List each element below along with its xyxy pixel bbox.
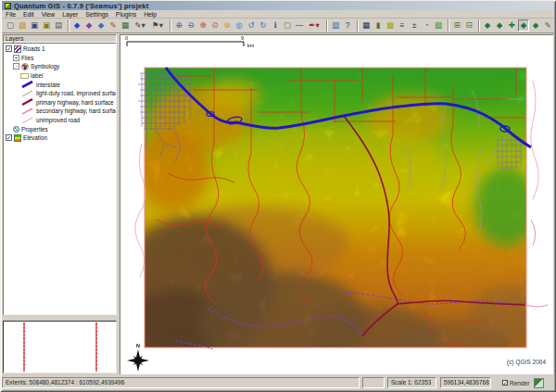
attribute-table-icon[interactable]: ▦ bbox=[360, 19, 372, 32]
save-project-as-icon[interactable]: ▣ bbox=[41, 19, 52, 32]
menu-plugins[interactable]: Plugins bbox=[112, 11, 140, 18]
legend-item-label: secondary highway, hard surface bbox=[36, 107, 116, 114]
zoom-full-extent-icon[interactable]: ⊛ bbox=[197, 19, 208, 32]
menu-settings[interactable]: Settings bbox=[82, 11, 112, 18]
zoom-next-icon[interactable]: ↻ bbox=[258, 19, 269, 32]
legend-item-symbology[interactable]: -Symbology bbox=[4, 62, 116, 71]
tree-toggle-icon[interactable]: + bbox=[13, 55, 19, 61]
legend-item-roads-1[interactable]: ✓Roads 1 bbox=[4, 44, 116, 54]
legend-item-light-duty-road-improved-surface[interactable]: light-duty road, improved surface bbox=[4, 89, 116, 98]
legend-item-interstate[interactable]: interstate bbox=[4, 80, 116, 89]
map-canvas[interactable]: 0 9 km N (c) QGIS 2004 bbox=[120, 34, 553, 374]
legend-item-primary-highway-hard-surface[interactable]: primary highway, hard surface bbox=[4, 98, 116, 107]
svg-text:9: 9 bbox=[241, 35, 244, 41]
roads-icon bbox=[14, 45, 21, 53]
identify-features-icon[interactable]: ℹ bbox=[270, 19, 281, 32]
legend-panel-title: Layers bbox=[3, 34, 117, 43]
symbol-swatch bbox=[20, 98, 34, 106]
menu-layer[interactable]: Layer bbox=[58, 11, 82, 18]
symbol-swatch bbox=[20, 107, 34, 115]
legend-item-label: Elevation bbox=[23, 134, 47, 141]
map-render: 0 9 km N bbox=[120, 34, 553, 374]
scalebar-plugin-icon[interactable]: ◆ bbox=[518, 19, 529, 32]
map-annotation-icon[interactable]: ✒▾ bbox=[306, 19, 322, 32]
toolbar: ▢▨▣▣▤◆◆◆✎▦✎▾⚑▾⊕⊖⊛⊙⊚◎↺↻ℹ▢—✒▾▥?▦▮▩≡±◔▧⊞⊟◆◆… bbox=[2, 19, 554, 33]
new-project-icon[interactable]: ▢ bbox=[5, 19, 16, 32]
zoom-in-icon[interactable]: ⊕ bbox=[173, 19, 184, 32]
legend-item-label[interactable]: label bbox=[4, 71, 116, 81]
layers-legend[interactable]: ✓Roads 1+Files-Symbologylabelinterstatel… bbox=[3, 43, 117, 315]
zoom-raster-out-icon[interactable]: ⊟ bbox=[463, 19, 474, 32]
plugin-manager-icon[interactable]: ▮ bbox=[373, 19, 384, 32]
overview-road bbox=[95, 322, 97, 372]
menu-file[interactable]: File bbox=[2, 11, 19, 18]
copyright-plugin-icon[interactable]: ◆ bbox=[530, 19, 541, 32]
open-project-icon[interactable]: ▨ bbox=[17, 19, 28, 32]
zoom-to-layer-icon[interactable]: ⊚ bbox=[221, 19, 233, 32]
stop-render-icon[interactable] bbox=[534, 378, 544, 388]
layer-visibility-checkbox[interactable]: ✓ bbox=[6, 134, 12, 141]
add-postgis-layer-icon[interactable]: ◆ bbox=[95, 19, 107, 32]
compass-tool-icon[interactable]: ◔ bbox=[421, 19, 432, 32]
tree-toggle-icon[interactable]: - bbox=[13, 63, 19, 70]
legend-item-label: light-duty road, improved surface bbox=[36, 90, 116, 96]
render-checkbox[interactable]: ✓ bbox=[502, 380, 508, 386]
add-vector-layer-icon[interactable]: ◆ bbox=[71, 19, 82, 32]
scalebar: 0 9 km bbox=[125, 35, 255, 48]
zoom-to-selection-icon[interactable]: ⊙ bbox=[209, 19, 221, 32]
legend-item-elevation[interactable]: ✓Elevation bbox=[4, 133, 116, 143]
progress-bar bbox=[362, 377, 385, 388]
export-image-icon[interactable]: ▧ bbox=[433, 19, 444, 32]
zoom-out-icon[interactable]: ⊖ bbox=[185, 19, 196, 32]
render-toggle[interactable]: ✓ Render bbox=[502, 380, 529, 386]
extents-display: Extents: 508480,4812374 : 610592,4939496 bbox=[2, 377, 360, 388]
grass-tools-icon[interactable]: ✎ bbox=[542, 19, 553, 32]
capture-point-icon[interactable]: ✎▾ bbox=[132, 19, 148, 32]
save-project-icon[interactable]: ▣ bbox=[29, 19, 40, 32]
symbol-swatch bbox=[20, 117, 34, 124]
coordinate-capture-icon[interactable]: ± bbox=[409, 19, 420, 32]
zoom-last-icon[interactable]: ↺ bbox=[246, 19, 257, 32]
overview-map[interactable] bbox=[3, 321, 117, 373]
menubar: FileEditViewLayerSettingsPluginsHelp bbox=[2, 10, 554, 19]
menu-view[interactable]: View bbox=[38, 11, 59, 18]
print-icon[interactable]: ▤ bbox=[53, 19, 64, 32]
symbol-swatch bbox=[20, 81, 34, 88]
svg-text:N: N bbox=[136, 343, 140, 348]
wfs-plugin-icon[interactable]: ◆ bbox=[482, 19, 493, 32]
north-arrow-plugin-icon[interactable]: ✚ bbox=[506, 19, 517, 32]
statusbar: Extents: 508480,4812374 : 610592,4939496… bbox=[2, 376, 554, 389]
legend-item-unimproved-road[interactable]: unimproved road bbox=[4, 116, 116, 125]
gps-tools-icon[interactable]: ≡ bbox=[397, 19, 408, 32]
toolbar-separator bbox=[68, 19, 69, 32]
toolbar-separator bbox=[357, 19, 358, 32]
wms-plugin-icon[interactable]: ◆ bbox=[494, 19, 505, 32]
help-contents-icon[interactable]: ? bbox=[342, 19, 353, 32]
georeferencer-icon[interactable]: ▩ bbox=[385, 19, 396, 32]
capture-line-icon[interactable]: ⚑▾ bbox=[149, 19, 166, 32]
add-raster-layer-icon[interactable]: ◆ bbox=[83, 19, 95, 32]
toolbar-separator bbox=[170, 19, 171, 32]
legend-item-secondary-highway-hard-surface[interactable]: secondary highway, hard surface bbox=[4, 107, 116, 116]
layer-visibility-checkbox[interactable]: ✓ bbox=[6, 45, 12, 52]
select-features-icon[interactable]: ▢ bbox=[282, 19, 293, 32]
window-title: Quantum GIS - 0.7.9 ('Seamus') projekt bbox=[14, 2, 148, 10]
scale-display[interactable]: Scale 1: 62353 bbox=[387, 377, 436, 388]
measure-line-icon[interactable]: — bbox=[294, 19, 305, 32]
coordinate-display: 596134,4836768 bbox=[440, 377, 491, 388]
toolbar-separator bbox=[448, 19, 449, 32]
menu-help[interactable]: Help bbox=[140, 11, 160, 18]
svg-text:km: km bbox=[247, 43, 255, 48]
menu-edit[interactable]: Edit bbox=[19, 11, 38, 18]
legend-item-files[interactable]: +Files bbox=[4, 54, 116, 63]
titlebar[interactable]: Quantum GIS - 0.7.9 ('Seamus') projekt bbox=[2, 1, 554, 10]
print-composer-icon[interactable]: ▥ bbox=[330, 19, 341, 32]
pan-map-icon[interactable]: ◎ bbox=[234, 19, 245, 32]
toolbar-separator bbox=[326, 19, 327, 32]
toggle-editing-icon[interactable]: ▦ bbox=[120, 19, 131, 32]
wrench-icon bbox=[13, 126, 19, 133]
zoom-raster-in-icon[interactable]: ⊞ bbox=[451, 19, 462, 32]
legend-item-properties[interactable]: Properties bbox=[4, 124, 116, 133]
new-vector-layer-icon[interactable]: ✎ bbox=[107, 19, 119, 32]
toolbar-separator bbox=[478, 19, 479, 32]
